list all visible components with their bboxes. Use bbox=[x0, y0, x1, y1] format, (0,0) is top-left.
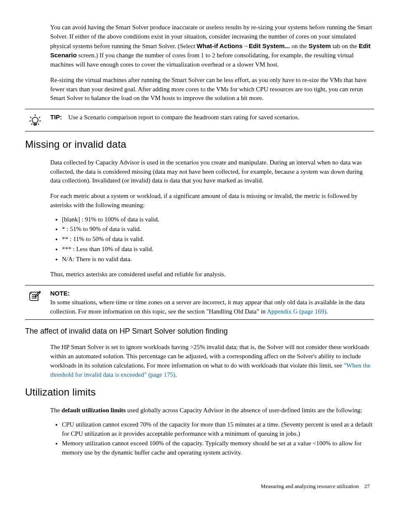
tip-text: Use a Scenario comparison report to comp… bbox=[68, 114, 299, 121]
tip-callout: TIP: Use a Scenario comparison report to… bbox=[25, 109, 374, 131]
paragraph-asterisk-conclusion: Thus, metrics asterisks are considered u… bbox=[50, 270, 374, 279]
list-item: CPU utilization cannot exceed 70% of the… bbox=[62, 420, 374, 439]
footer-page: 27 bbox=[364, 483, 370, 489]
list-item: * : 51% to 90% of data is valid. bbox=[62, 225, 374, 234]
util-limits-list: CPU utilization cannot exceed 70% of the… bbox=[50, 420, 374, 457]
text: tab on the bbox=[331, 43, 359, 49]
heading-utilization-limits: Utilization limits bbox=[25, 385, 374, 400]
paragraph-resize-after: Re-sizing the virtual machines after run… bbox=[50, 76, 374, 103]
asterisk-list: [blank] : 91% to 100% of data is valid. … bbox=[50, 215, 374, 264]
arrow: → bbox=[243, 43, 249, 49]
svg-line-6 bbox=[31, 123, 32, 125]
paragraph-default-limits: The default utilization limits used glob… bbox=[50, 406, 374, 415]
paragraph-resize-before: You can avoid having the Smart Solver pr… bbox=[50, 23, 374, 69]
note-icon bbox=[25, 289, 45, 302]
list-item: N/A: There is no valid data. bbox=[62, 255, 374, 264]
heading-affect-invalid: The affect of invalid data on HP Smart S… bbox=[25, 326, 374, 337]
paragraph-solver-ignore: The HP Smart Solver is set to ignore wor… bbox=[50, 343, 374, 379]
note-label: NOTE: bbox=[50, 289, 374, 298]
list-item: [blank] : 91% to 100% of data is valid. bbox=[62, 215, 374, 224]
heading-missing-invalid: Missing or invalid data bbox=[25, 137, 374, 152]
list-item: *** : Less than 10% of data is valid. bbox=[62, 245, 374, 254]
paragraph-data-collected: Data collected by Capacity Advisor is us… bbox=[50, 158, 374, 185]
tip-icon bbox=[25, 113, 45, 128]
term-default-util: default utilization limits bbox=[61, 407, 125, 414]
text: . bbox=[175, 371, 177, 378]
note-text: . bbox=[326, 308, 328, 315]
page-footer: Measuring and analyzing resource utiliza… bbox=[25, 483, 374, 491]
text: The bbox=[50, 407, 61, 414]
list-item: Memory utilization cannot exceed 100% of… bbox=[62, 439, 374, 457]
text: used globally across Capacity Advisor in… bbox=[125, 407, 362, 414]
svg-line-3 bbox=[39, 117, 40, 118]
text: The HP Smart Solver is set to ignore wor… bbox=[50, 344, 369, 369]
note-callout: NOTE: In some situations, where time or … bbox=[25, 285, 374, 320]
paragraph-asterisk-intro: For each metric about a system or worklo… bbox=[50, 192, 374, 210]
list-item: ** : 11% to 50% of data is valid. bbox=[62, 235, 374, 244]
tab-system: System bbox=[309, 42, 331, 49]
svg-line-7 bbox=[38, 123, 39, 125]
tip-label: TIP: bbox=[50, 113, 62, 121]
text: screen.) If you change the number of cor… bbox=[50, 52, 354, 68]
svg-line-2 bbox=[30, 117, 31, 118]
text: on the bbox=[290, 43, 309, 49]
svg-point-0 bbox=[32, 117, 38, 123]
menu-whatif: What-if Actions bbox=[197, 42, 242, 49]
footer-section: Measuring and analyzing resource utiliza… bbox=[261, 483, 359, 489]
note-link-appendix[interactable]: Appendix G (page 169) bbox=[267, 308, 326, 315]
menu-edit-system: Edit System... bbox=[249, 42, 290, 49]
